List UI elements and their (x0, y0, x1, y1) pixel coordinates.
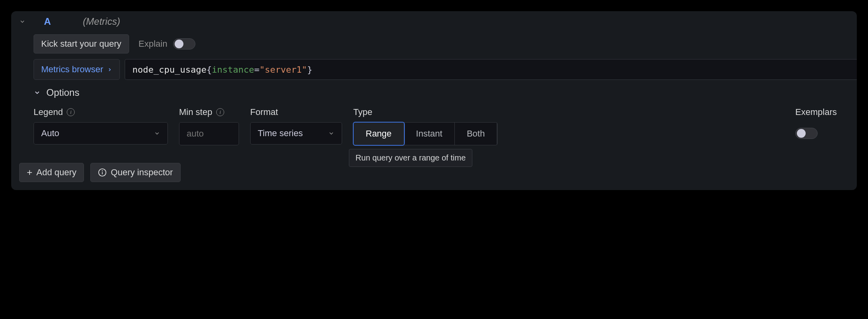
exemplars-column: Exemplars (795, 107, 849, 139)
plus-icon: + (27, 168, 32, 177)
query-editor-panel: A (Metrics) Kick start your query Explai… (11, 11, 857, 190)
explain-toggle[interactable] (173, 38, 195, 50)
info-icon[interactable]: i (216, 108, 224, 116)
type-option-instant[interactable]: Instant (404, 123, 455, 145)
kickstart-query-button[interactable]: Kick start your query (34, 34, 129, 53)
svg-point-2 (102, 170, 103, 171)
query-toolbar: Kick start your query Explain (11, 31, 857, 59)
type-tooltip: Run query over a range of time (349, 149, 473, 167)
type-label-row: Type (353, 107, 498, 117)
format-label-row: Format (250, 107, 342, 117)
token-equals: = (254, 65, 259, 75)
minstep-label-row: Min step i (179, 107, 239, 117)
chevron-down-icon (154, 130, 160, 137)
explain-toggle-group: Explain (139, 38, 195, 50)
chevron-right-icon (107, 67, 112, 72)
chevron-down-icon[interactable] (19, 18, 26, 25)
token-brace-open: { (207, 65, 212, 75)
toggle-knob (175, 40, 183, 48)
type-option-label: Range (366, 129, 392, 139)
options-header[interactable]: Options (34, 87, 849, 98)
query-ref-id[interactable]: A (44, 16, 51, 27)
options-title: Options (46, 87, 80, 98)
query-hint: (Metrics) (83, 16, 120, 27)
minstep-column: Min step i (179, 107, 239, 145)
info-icon[interactable]: i (67, 108, 75, 116)
legend-label: Legend (34, 107, 63, 117)
exemplars-toggle[interactable] (795, 128, 818, 139)
token-label-value: "server1" (259, 65, 307, 75)
minstep-label: Min step (179, 107, 212, 117)
explain-label: Explain (139, 39, 167, 49)
type-option-label: Both (467, 129, 485, 139)
minstep-input[interactable] (179, 122, 239, 145)
type-radio-group: Range Instant Both Run query over a rang… (353, 122, 498, 145)
exemplars-label: Exemplars (795, 107, 837, 117)
options-section: Options Legend i Auto Min step i (11, 80, 857, 145)
chevron-down-icon (328, 130, 334, 137)
query-input-row: Metrics browser node_cpu_usage{instance=… (11, 59, 857, 80)
token-label-key: instance (212, 65, 254, 75)
query-header: A (Metrics) (11, 11, 857, 31)
type-option-range[interactable]: Range (354, 123, 404, 145)
legend-label-row: Legend i (34, 107, 168, 117)
inspector-label: Query inspector (111, 167, 173, 178)
format-column: Format Time series (250, 107, 342, 145)
add-query-button[interactable]: + Add query (19, 163, 84, 182)
toggle-knob (797, 129, 806, 138)
metrics-browser-button[interactable]: Metrics browser (34, 59, 120, 80)
metrics-browser-label: Metrics browser (41, 64, 103, 75)
format-select[interactable]: Time series (250, 122, 342, 145)
promql-input[interactable]: node_cpu_usage{instance="server1"} (125, 59, 857, 80)
type-option-label: Instant (416, 129, 442, 139)
exemplars-label-row: Exemplars (795, 107, 837, 117)
format-label: Format (250, 107, 278, 117)
legend-value: Auto (41, 128, 59, 139)
type-label: Type (353, 107, 372, 117)
type-column: Type Range Instant Both Run query over a… (353, 107, 498, 145)
add-query-label: Add query (36, 167, 76, 178)
info-circle-icon (98, 168, 107, 177)
type-option-both[interactable]: Both (455, 123, 497, 145)
kickstart-label: Kick start your query (41, 39, 121, 49)
chevron-down-icon (34, 89, 41, 96)
token-metric: node_cpu_usage (132, 65, 206, 75)
legend-column: Legend i Auto (34, 107, 168, 145)
format-value: Time series (258, 128, 303, 139)
token-brace-close: } (307, 65, 312, 75)
query-inspector-button[interactable]: Query inspector (90, 163, 180, 182)
options-grid: Legend i Auto Min step i Format (34, 107, 849, 145)
legend-select[interactable]: Auto (34, 122, 168, 145)
